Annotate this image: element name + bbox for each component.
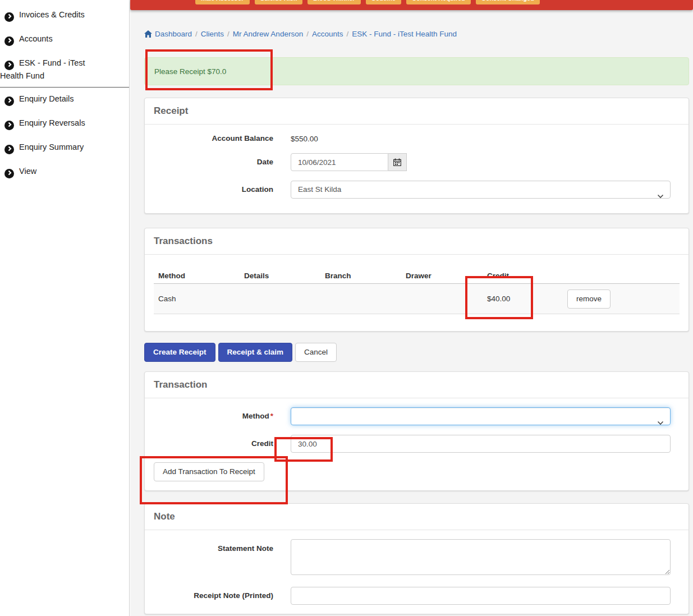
chevron-circle-right-icon — [4, 36, 14, 46]
sidebar-item-enquiry-reversals[interactable]: Enquiry Reversals — [0, 117, 129, 130]
credit-field — [291, 435, 671, 453]
sidebar-item-esk-fund[interactable]: ESK - Fund - iTest Health Fund — [0, 57, 129, 81]
add-transaction-row: Add Transaction To Receipt — [154, 462, 680, 481]
warning-badge[interactable]: Consent Changed — [476, 0, 540, 4]
column-header-drawer: Drawer — [401, 255, 483, 284]
breadcrumb: Dashboard/Clients/Mr Andrew Anderson/Acc… — [144, 29, 689, 40]
note-panel-body: Statement Note Receipt Note (Printed) — [145, 530, 689, 614]
breadcrumb-link-clients[interactable]: Clients — [201, 30, 224, 38]
note-panel: Note Statement Note Receipt Note (Printe… — [144, 503, 689, 614]
breadcrumb-link-client[interactable]: Mr Andrew Anderson — [233, 30, 303, 38]
warning-badge[interactable]: Suicide Risk — [255, 0, 302, 4]
credit-row: Credit — [154, 435, 680, 453]
breadcrumb-separator: / — [195, 30, 198, 38]
column-header-actions — [563, 255, 680, 284]
breadcrumb-separator: / — [227, 30, 230, 38]
cell-branch — [320, 284, 401, 314]
chevron-circle-right-icon — [4, 145, 14, 154]
transactions-table: Method Details Branch Drawer Credit Cash — [154, 255, 680, 314]
chevron-down-icon — [657, 188, 664, 205]
transactions-panel-title: Transactions — [145, 228, 689, 255]
warning-badge[interactable]: Consent Required — [406, 0, 471, 4]
date-input[interactable] — [291, 153, 388, 171]
page: Invoices & Credits Accounts ESK - Fund -… — [0, 0, 693, 616]
cell-credit: $40.00 — [483, 284, 563, 314]
location-selected-value: East St Kilda — [298, 185, 341, 194]
breadcrumb-link-dashboard[interactable]: Dashboard — [155, 30, 192, 38]
required-marker: * — [270, 412, 273, 420]
method-select[interactable] — [291, 407, 671, 425]
sidebar-item-label: Accounts — [19, 34, 53, 43]
add-transaction-button[interactable]: Add Transaction To Receipt — [154, 462, 264, 481]
credit-label: Credit — [154, 439, 273, 449]
location-select[interactable]: East St Kilda — [291, 181, 671, 199]
note-panel-title: Note — [145, 504, 689, 530]
transaction-panel-title: Transaction — [145, 372, 689, 398]
create-receipt-button[interactable]: Create Receipt — [144, 343, 215, 362]
statement-note-row: Statement Note — [154, 539, 680, 577]
breadcrumb-link-accounts[interactable]: Accounts — [312, 30, 343, 38]
sidebar-item-label: Invoices & Credits — [19, 10, 85, 19]
cell-actions: remove — [563, 284, 680, 314]
main-area: Male Assessor Suicide Risk Blood Thinner… — [130, 0, 693, 616]
breadcrumb-link-fund[interactable]: ESK - Fund - iTest Health Fund — [352, 30, 457, 38]
cancel-button[interactable]: Cancel — [295, 343, 337, 362]
calendar-icon — [393, 158, 401, 166]
date-row: Date — [154, 153, 680, 171]
chevron-circle-right-icon — [4, 96, 14, 106]
column-header-branch: Branch — [320, 255, 401, 284]
sidebar: Invoices & Credits Accounts ESK - Fund -… — [0, 0, 130, 616]
content: Dashboard/Clients/Mr Andrew Anderson/Acc… — [144, 29, 689, 614]
breadcrumb-separator: / — [346, 30, 348, 38]
statement-note-field — [291, 539, 671, 577]
receipt-note-input[interactable] — [291, 587, 671, 605]
sidebar-item-enquiry-summary[interactable]: Enquiry Summary — [0, 141, 129, 154]
transactions-panel: Transactions Method Details Branch — [144, 228, 689, 332]
sidebar-item-label: View — [19, 167, 36, 176]
account-balance-row: Account Balance $550.00 — [154, 134, 680, 144]
column-header-details: Details — [240, 255, 320, 284]
transactions-header-row: Method Details Branch Drawer Credit — [154, 255, 680, 284]
warning-badge[interactable]: Codeine — [366, 0, 401, 4]
chevron-circle-right-icon — [4, 169, 14, 178]
warning-badges: Male Assessor Suicide Risk Blood Thinner… — [195, 0, 540, 4]
warning-badge[interactable]: Male Assessor — [195, 0, 250, 4]
method-label: Method* — [154, 411, 273, 421]
cell-method: Cash — [154, 284, 240, 314]
date-label: Date — [154, 157, 273, 167]
receipt-and-claim-button[interactable]: Receipt & claim — [218, 343, 293, 362]
transaction-row: Cash $40.00 remove — [154, 284, 680, 314]
sidebar-divider — [0, 87, 129, 88]
statement-note-input[interactable] — [291, 539, 671, 575]
calendar-button[interactable] — [388, 153, 407, 171]
account-balance-field: $550.00 — [291, 134, 671, 144]
remove-transaction-button[interactable]: remove — [567, 289, 611, 309]
date-field — [291, 153, 671, 171]
method-field — [291, 407, 671, 425]
credit-input[interactable] — [291, 435, 671, 453]
column-header-credit: Credit — [483, 255, 563, 284]
location-field: East St Kilda — [291, 181, 671, 199]
cell-drawer — [401, 284, 483, 314]
transaction-panel: Transaction Method* Credit — [144, 371, 689, 491]
transaction-panel-body: Method* Credit — [145, 398, 689, 490]
alert-message: Please Receipt $70.0 — [154, 67, 226, 76]
location-label: Location — [154, 185, 273, 195]
sidebar-item-accounts[interactable]: Accounts — [0, 33, 129, 46]
receipt-note-field — [291, 587, 671, 605]
sidebar-item-enquiry-details[interactable]: Enquiry Details — [0, 93, 129, 106]
receipt-alert: Please Receipt $70.0 — [144, 57, 689, 85]
patient-warning-bar: Male Assessor Suicide Risk Blood Thinner… — [130, 0, 693, 10]
sidebar-item-view[interactable]: View — [0, 166, 129, 178]
breadcrumb-separator: / — [306, 30, 309, 38]
receipt-note-row: Receipt Note (Printed) — [154, 587, 680, 605]
receipt-panel-title: Receipt — [145, 98, 689, 125]
sidebar-item-invoices-credits[interactable]: Invoices & Credits — [0, 9, 129, 22]
transactions-panel-body: Method Details Branch Drawer Credit Cash — [145, 255, 689, 331]
home-icon — [144, 30, 152, 40]
chevron-circle-right-icon — [4, 12, 14, 22]
location-row: Location East St Kilda — [154, 181, 680, 199]
receipt-panel: Receipt Account Balance $550.00 Date — [144, 98, 689, 214]
account-balance-label: Account Balance — [154, 134, 273, 144]
warning-badge[interactable]: Blood Thinner — [308, 0, 361, 4]
